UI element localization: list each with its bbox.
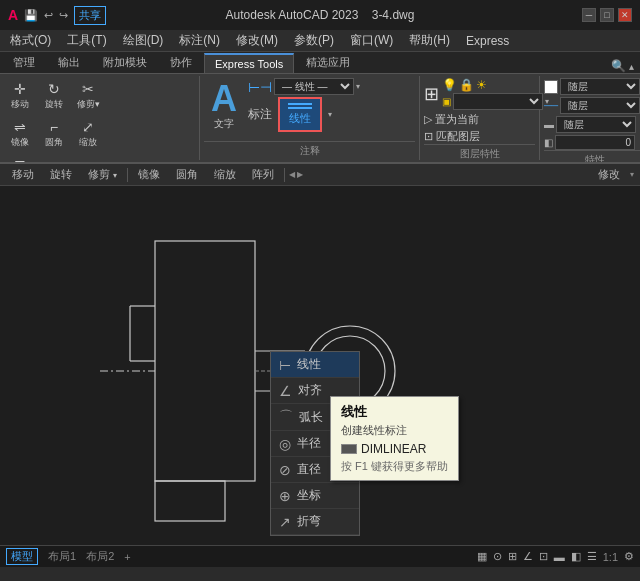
arc-icon: ⌒ bbox=[279, 408, 293, 426]
layer-manager-icon[interactable]: ⊞ bbox=[424, 83, 439, 105]
menu-format[interactable]: 格式(O) bbox=[2, 30, 59, 51]
dim-linear-label: 线性 bbox=[297, 356, 321, 373]
tab-refinedapply[interactable]: 精选应用 bbox=[295, 51, 361, 73]
text-icon: A bbox=[211, 81, 237, 117]
ribbon-collapse-icon[interactable]: ▴ bbox=[629, 61, 634, 72]
menu-express[interactable]: Express bbox=[458, 32, 517, 50]
ribbon-tabs: 管理 输出 附加模块 协作 Express Tools 精选应用 🔍 ▴ bbox=[0, 52, 640, 74]
scale-button[interactable]: ⤢ 缩放 bbox=[72, 116, 104, 152]
linear-lines-icon bbox=[288, 103, 312, 109]
add-layout-btn[interactable]: + bbox=[124, 551, 130, 563]
subribbon-trim[interactable]: 修剪 ▾ bbox=[80, 165, 125, 184]
dim-item-jog[interactable]: ↗ 折弯 bbox=[271, 509, 359, 535]
trim-button[interactable]: ✂ 修剪▾ bbox=[72, 78, 104, 114]
menu-params[interactable]: 参数(P) bbox=[286, 30, 342, 51]
menu-help[interactable]: 帮助(H) bbox=[401, 30, 458, 51]
dim-item-linear[interactable]: ⊢ 线性 bbox=[271, 352, 359, 378]
polar-toggle[interactable]: ∠ bbox=[523, 550, 533, 563]
quick-access-undo[interactable]: ↩ bbox=[44, 9, 53, 22]
match-layer-label[interactable]: 匹配图层 bbox=[436, 129, 480, 144]
set-current-label[interactable]: 置为当前 bbox=[435, 112, 479, 127]
lock-icon[interactable]: 🔒 bbox=[459, 78, 474, 92]
transparency-row: ◧ bbox=[544, 135, 640, 150]
menu-annotate[interactable]: 标注(N) bbox=[171, 30, 228, 51]
modify-row1: ✛ 移动 ↻ 旋转 ✂ 修剪▾ bbox=[4, 78, 104, 114]
tab-output[interactable]: 输出 bbox=[47, 51, 91, 73]
layer-select[interactable]: 0 bbox=[453, 93, 543, 110]
mirror-button[interactable]: ⇌ 镜像 bbox=[4, 116, 36, 152]
subribbon-move[interactable]: 移动 bbox=[4, 165, 42, 184]
line-h1 bbox=[288, 103, 312, 105]
minimize-button[interactable]: ─ bbox=[582, 8, 596, 22]
dim-item-coord[interactable]: ⊕ 坐标 bbox=[271, 483, 359, 509]
trim-arrow: ▾ bbox=[113, 171, 117, 180]
fillet-label: 圆角 bbox=[45, 136, 63, 149]
layer-icons-row: 💡 🔒 ☀ bbox=[442, 78, 549, 92]
quick-access-redo[interactable]: ↪ bbox=[59, 9, 68, 22]
sub-ribbon-expand[interactable]: ▾ bbox=[628, 170, 636, 179]
subribbon-rotate[interactable]: 旋转 bbox=[42, 165, 80, 184]
sub-ribbon-more[interactable]: ◀ ▶ bbox=[287, 170, 305, 179]
annotation-row: 标注 线性 ▾ bbox=[248, 97, 360, 132]
subribbon-scale[interactable]: 缩放 bbox=[206, 165, 244, 184]
custom-icon[interactable]: ⚙ bbox=[624, 550, 634, 563]
close-button[interactable]: ✕ bbox=[618, 8, 632, 22]
sub-ribbon: 移动 旋转 修剪 ▾ 镜像 圆角 缩放 阵列 ◀ ▶ 修改 ▾ bbox=[0, 164, 640, 186]
menu-tools[interactable]: 工具(T) bbox=[59, 30, 114, 51]
tab-expresstools[interactable]: Express Tools bbox=[204, 53, 294, 73]
dim-jog-label: 折弯 bbox=[297, 513, 321, 530]
linetype-select[interactable]: — 线性 — bbox=[274, 78, 354, 95]
tab-collaborate[interactable]: 协作 bbox=[159, 51, 203, 73]
transparency-toggle[interactable]: ◧ bbox=[571, 550, 581, 563]
title-bar-controls: ─ □ ✕ bbox=[582, 8, 632, 22]
text-button[interactable]: A 文字 bbox=[204, 78, 244, 134]
layout1-tab[interactable]: 布局1 bbox=[48, 549, 76, 564]
quick-access-save[interactable]: 💾 bbox=[24, 9, 38, 22]
text-label: 文字 bbox=[214, 117, 234, 131]
sub-ribbon-divider2 bbox=[284, 168, 285, 182]
subribbon-mirror[interactable]: 镜像 bbox=[130, 165, 168, 184]
osnap-toggle[interactable]: ⊡ bbox=[539, 550, 548, 563]
dim-dropdown-arrow[interactable]: ▾ bbox=[328, 110, 332, 119]
share-button[interactable]: 共享 bbox=[74, 6, 106, 25]
menu-window[interactable]: 窗口(W) bbox=[342, 30, 401, 51]
maximize-button[interactable]: □ bbox=[600, 8, 614, 22]
subribbon-array[interactable]: 阵列 bbox=[244, 165, 282, 184]
menu-draw[interactable]: 绘图(D) bbox=[115, 30, 172, 51]
layer-active-icon: ▣ bbox=[442, 96, 451, 107]
grid-toggle[interactable]: ▦ bbox=[477, 550, 487, 563]
dim-arc-label: 弧长 bbox=[299, 409, 323, 426]
tab-manage[interactable]: 管理 bbox=[2, 51, 46, 73]
tab-addmodule[interactable]: 附加模块 bbox=[92, 51, 158, 73]
linetype-prop-select[interactable]: 随层 bbox=[560, 97, 640, 114]
subribbon-fillet[interactable]: 圆角 bbox=[168, 165, 206, 184]
array-icon: ⊞ bbox=[14, 157, 26, 164]
model-tab[interactable]: 模型 bbox=[6, 548, 38, 565]
move-button[interactable]: ✛ 移动 bbox=[4, 78, 36, 114]
linear-dim-button[interactable]: 线性 bbox=[278, 97, 322, 132]
transparency-input[interactable] bbox=[555, 135, 635, 150]
layout2-tab[interactable]: 布局2 bbox=[86, 549, 114, 564]
tooltip-help: 按 F1 键获得更多帮助 bbox=[341, 459, 448, 474]
dim-diameter-label: 直径 bbox=[297, 461, 321, 478]
fillet-button[interactable]: ⌐ 圆角 bbox=[38, 116, 70, 152]
ribbon-search-icon[interactable]: 🔍 bbox=[611, 59, 626, 73]
lineweight-select[interactable]: 随层 bbox=[556, 116, 636, 133]
sun-icon[interactable]: ☀ bbox=[476, 78, 487, 92]
array-button[interactable]: ⊞ 阵列 bbox=[4, 154, 36, 164]
tooltip-cmd-row: DIMLINEAR bbox=[341, 442, 448, 456]
modify-tools-col: ✛ 移动 ↻ 旋转 ✂ 修剪▾ ⇌ 镜像 bbox=[4, 78, 104, 164]
lineweight-toggle[interactable]: ▬ bbox=[554, 551, 565, 563]
linetype-prop-row: ── 随层 bbox=[544, 97, 640, 114]
color-select[interactable]: 随层 bbox=[560, 78, 640, 95]
linetype-dropdown-arrow[interactable]: ▾ bbox=[356, 82, 360, 91]
snap-toggle[interactable]: ⊙ bbox=[493, 550, 502, 563]
ortho-toggle[interactable]: ⊞ bbox=[508, 550, 517, 563]
selection-toggle[interactable]: ☰ bbox=[587, 550, 597, 563]
menu-modify[interactable]: 修改(M) bbox=[228, 30, 286, 51]
bulb-icon[interactable]: 💡 bbox=[442, 78, 457, 92]
drawing-area[interactable]: ⊢ 线性 ∠ 对齐 ⌒ 弧长 ◎ 半径 ⊘ 直径 ⊕ 坐标 bbox=[0, 186, 640, 545]
fillet-icon: ⌐ bbox=[50, 119, 58, 135]
rotate-button[interactable]: ↻ 旋转 bbox=[38, 78, 70, 114]
title-bar: A 💾 ↩ ↪ 共享 Autodesk AutoCAD 2023 3-4.dwg… bbox=[0, 0, 640, 30]
